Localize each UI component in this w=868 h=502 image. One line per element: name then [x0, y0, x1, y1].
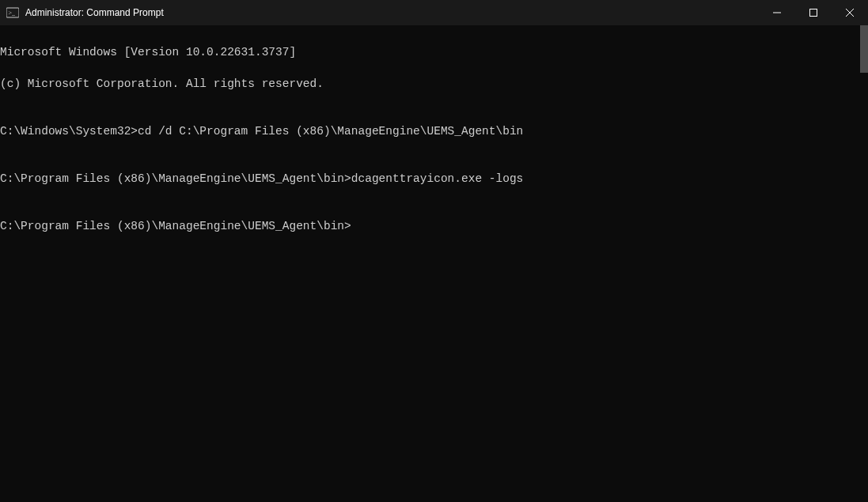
svg-text:>_: >_: [9, 9, 17, 17]
close-button[interactable]: [832, 0, 868, 25]
titlebar-controls: [759, 0, 868, 25]
svg-rect-3: [810, 9, 817, 17]
terminal-prompt-line: C:\Program Files (x86)\ManageEngine\UEMS…: [0, 218, 868, 234]
minimize-button[interactable]: [759, 0, 795, 25]
maximize-button[interactable]: [795, 0, 832, 25]
terminal-line: (c) Microsoft Corporation. All rights re…: [0, 76, 868, 92]
terminal-line: C:\Program Files (x86)\ManageEngine\UEMS…: [0, 171, 868, 187]
terminal-output[interactable]: Microsoft Windows [Version 10.0.22631.37…: [0, 25, 868, 502]
terminal-line: Microsoft Windows [Version 10.0.22631.37…: [0, 44, 868, 60]
titlebar-left: >_ Administrator: Command Prompt: [0, 6, 164, 19]
terminal-prompt: C:\Program Files (x86)\ManageEngine\UEMS…: [0, 220, 351, 232]
window-title: Administrator: Command Prompt: [25, 7, 164, 18]
vertical-scrollbar[interactable]: [860, 25, 868, 73]
window-titlebar: >_ Administrator: Command Prompt: [0, 0, 868, 25]
cmd-icon: >_: [6, 6, 19, 19]
terminal-cursor: [351, 218, 358, 232]
terminal-line: C:\Windows\System32>cd /d C:\Program Fil…: [0, 123, 868, 139]
